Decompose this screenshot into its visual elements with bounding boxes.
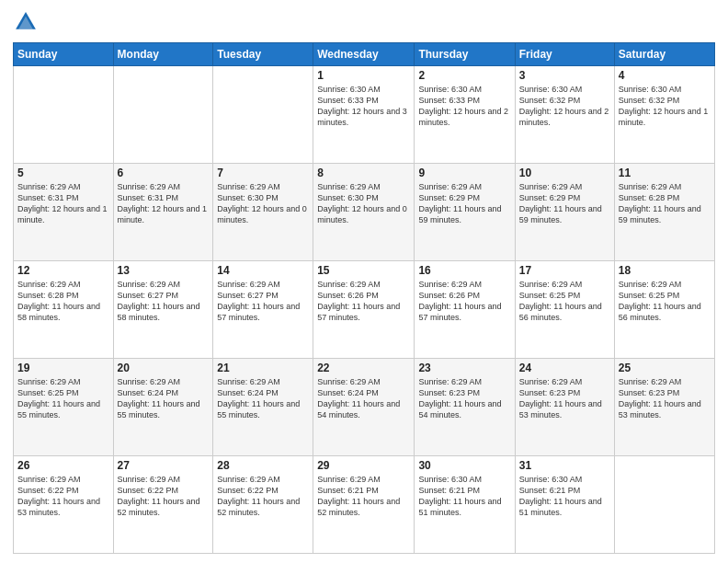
- day-info: Sunrise: 6:29 AM Sunset: 6:27 PM Dayligh…: [118, 279, 210, 324]
- calendar-cell: 21Sunrise: 6:29 AM Sunset: 6:24 PM Dayli…: [213, 359, 313, 456]
- day-number: 29: [317, 459, 410, 472]
- calendar-cell: 5Sunrise: 6:29 AM Sunset: 6:31 PM Daylig…: [14, 164, 114, 261]
- day-info: Sunrise: 6:30 AM Sunset: 6:33 PM Dayligh…: [418, 84, 510, 129]
- calendar-cell: 20Sunrise: 6:29 AM Sunset: 6:24 PM Dayli…: [113, 359, 213, 456]
- logo: [13, 9, 42, 35]
- calendar-cell: 29Sunrise: 6:29 AM Sunset: 6:21 PM Dayli…: [313, 456, 415, 554]
- day-number: 24: [519, 362, 610, 374]
- day-number: 11: [619, 167, 711, 179]
- weekday-header-monday: Monday: [113, 43, 213, 66]
- calendar-cell: 12Sunrise: 6:29 AM Sunset: 6:28 PM Dayli…: [14, 261, 114, 359]
- day-number: 2: [418, 69, 510, 82]
- day-number: 8: [317, 167, 410, 179]
- weekday-header-tuesday: Tuesday: [213, 43, 313, 66]
- day-number: 14: [217, 264, 309, 277]
- day-info: Sunrise: 6:29 AM Sunset: 6:26 PM Dayligh…: [317, 279, 410, 324]
- calendar-cell: 13Sunrise: 6:29 AM Sunset: 6:27 PM Dayli…: [113, 261, 213, 359]
- day-number: 30: [418, 459, 510, 472]
- calendar-week-row: 5Sunrise: 6:29 AM Sunset: 6:31 PM Daylig…: [14, 164, 715, 261]
- calendar-cell: 27Sunrise: 6:29 AM Sunset: 6:22 PM Dayli…: [113, 456, 213, 554]
- day-number: 31: [519, 459, 610, 472]
- calendar-cell: 11Sunrise: 6:29 AM Sunset: 6:28 PM Dayli…: [614, 164, 714, 261]
- calendar-cell: 3Sunrise: 6:30 AM Sunset: 6:32 PM Daylig…: [515, 66, 614, 164]
- day-number: 27: [118, 459, 210, 472]
- calendar-cell: 14Sunrise: 6:29 AM Sunset: 6:27 PM Dayli…: [213, 261, 313, 359]
- weekday-header-wednesday: Wednesday: [313, 43, 415, 66]
- weekday-header-sunday: Sunday: [14, 43, 114, 66]
- calendar-cell: 18Sunrise: 6:29 AM Sunset: 6:25 PM Dayli…: [614, 261, 714, 359]
- day-info: Sunrise: 6:29 AM Sunset: 6:24 PM Dayligh…: [317, 376, 410, 421]
- day-number: 3: [519, 69, 610, 82]
- day-info: Sunrise: 6:29 AM Sunset: 6:27 PM Dayligh…: [217, 279, 309, 324]
- day-info: Sunrise: 6:29 AM Sunset: 6:23 PM Dayligh…: [418, 376, 510, 421]
- day-number: 9: [418, 167, 510, 179]
- day-number: 17: [519, 264, 610, 277]
- weekday-header-friday: Friday: [515, 43, 614, 66]
- calendar-cell: 6Sunrise: 6:29 AM Sunset: 6:31 PM Daylig…: [113, 164, 213, 261]
- day-info: Sunrise: 6:29 AM Sunset: 6:22 PM Dayligh…: [217, 474, 309, 519]
- calendar-cell: 7Sunrise: 6:29 AM Sunset: 6:30 PM Daylig…: [213, 164, 313, 261]
- calendar-week-row: 12Sunrise: 6:29 AM Sunset: 6:28 PM Dayli…: [14, 261, 715, 359]
- day-number: 5: [17, 167, 109, 179]
- day-info: Sunrise: 6:30 AM Sunset: 6:33 PM Dayligh…: [317, 84, 410, 129]
- day-info: Sunrise: 6:29 AM Sunset: 6:21 PM Dayligh…: [317, 474, 410, 519]
- calendar-cell: [213, 66, 313, 164]
- day-info: Sunrise: 6:29 AM Sunset: 6:25 PM Dayligh…: [519, 279, 610, 324]
- calendar-week-row: 26Sunrise: 6:29 AM Sunset: 6:22 PM Dayli…: [14, 456, 715, 554]
- day-info: Sunrise: 6:29 AM Sunset: 6:30 PM Dayligh…: [317, 181, 410, 226]
- day-number: 28: [217, 459, 309, 472]
- calendar-cell: 9Sunrise: 6:29 AM Sunset: 6:29 PM Daylig…: [415, 164, 515, 261]
- day-number: 13: [118, 264, 210, 277]
- day-info: Sunrise: 6:29 AM Sunset: 6:24 PM Dayligh…: [217, 376, 309, 421]
- day-number: 7: [217, 167, 309, 179]
- calendar-cell: 4Sunrise: 6:30 AM Sunset: 6:32 PM Daylig…: [614, 66, 714, 164]
- calendar-cell: 8Sunrise: 6:29 AM Sunset: 6:30 PM Daylig…: [313, 164, 415, 261]
- calendar-cell: 2Sunrise: 6:30 AM Sunset: 6:33 PM Daylig…: [415, 66, 515, 164]
- day-info: Sunrise: 6:29 AM Sunset: 6:25 PM Dayligh…: [619, 279, 711, 324]
- calendar-week-row: 19Sunrise: 6:29 AM Sunset: 6:25 PM Dayli…: [14, 359, 715, 456]
- day-info: Sunrise: 6:29 AM Sunset: 6:31 PM Dayligh…: [17, 181, 109, 226]
- day-info: Sunrise: 6:29 AM Sunset: 6:23 PM Dayligh…: [519, 376, 610, 421]
- day-number: 25: [619, 362, 711, 374]
- calendar-cell: [614, 456, 714, 554]
- day-info: Sunrise: 6:29 AM Sunset: 6:22 PM Dayligh…: [17, 474, 109, 519]
- day-number: 20: [118, 362, 210, 374]
- day-info: Sunrise: 6:29 AM Sunset: 6:23 PM Dayligh…: [619, 376, 711, 421]
- day-info: Sunrise: 6:29 AM Sunset: 6:22 PM Dayligh…: [118, 474, 210, 519]
- day-info: Sunrise: 6:29 AM Sunset: 6:28 PM Dayligh…: [619, 181, 711, 226]
- calendar-cell: [113, 66, 213, 164]
- weekday-header-row: SundayMondayTuesdayWednesdayThursdayFrid…: [14, 43, 715, 66]
- day-number: 26: [17, 459, 109, 472]
- calendar-cell: 10Sunrise: 6:29 AM Sunset: 6:29 PM Dayli…: [515, 164, 614, 261]
- calendar-cell: 23Sunrise: 6:29 AM Sunset: 6:23 PM Dayli…: [415, 359, 515, 456]
- calendar-cell: 30Sunrise: 6:30 AM Sunset: 6:21 PM Dayli…: [415, 456, 515, 554]
- calendar-cell: [14, 66, 114, 164]
- day-info: Sunrise: 6:30 AM Sunset: 6:21 PM Dayligh…: [519, 474, 610, 519]
- day-number: 19: [17, 362, 109, 374]
- calendar-week-row: 1Sunrise: 6:30 AM Sunset: 6:33 PM Daylig…: [14, 66, 715, 164]
- calendar-cell: 31Sunrise: 6:30 AM Sunset: 6:21 PM Dayli…: [515, 456, 614, 554]
- day-number: 21: [217, 362, 309, 374]
- page-header: [13, 9, 715, 35]
- day-info: Sunrise: 6:29 AM Sunset: 6:24 PM Dayligh…: [118, 376, 210, 421]
- day-number: 18: [619, 264, 711, 277]
- day-number: 6: [118, 167, 210, 179]
- weekday-header-thursday: Thursday: [415, 43, 515, 66]
- calendar-cell: 19Sunrise: 6:29 AM Sunset: 6:25 PM Dayli…: [14, 359, 114, 456]
- logo-icon: [13, 9, 39, 35]
- day-number: 16: [418, 264, 510, 277]
- calendar-cell: 24Sunrise: 6:29 AM Sunset: 6:23 PM Dayli…: [515, 359, 614, 456]
- day-number: 15: [317, 264, 410, 277]
- day-number: 23: [418, 362, 510, 374]
- day-number: 10: [519, 167, 610, 179]
- day-info: Sunrise: 6:29 AM Sunset: 6:26 PM Dayligh…: [418, 279, 510, 324]
- day-info: Sunrise: 6:30 AM Sunset: 6:32 PM Dayligh…: [519, 84, 610, 129]
- day-number: 4: [619, 69, 711, 82]
- calendar-cell: 15Sunrise: 6:29 AM Sunset: 6:26 PM Dayli…: [313, 261, 415, 359]
- day-info: Sunrise: 6:29 AM Sunset: 6:25 PM Dayligh…: [17, 376, 109, 421]
- day-number: 1: [317, 69, 410, 82]
- day-info: Sunrise: 6:29 AM Sunset: 6:31 PM Dayligh…: [118, 181, 210, 226]
- day-info: Sunrise: 6:29 AM Sunset: 6:29 PM Dayligh…: [519, 181, 610, 226]
- day-info: Sunrise: 6:30 AM Sunset: 6:21 PM Dayligh…: [418, 474, 510, 519]
- calendar-cell: 22Sunrise: 6:29 AM Sunset: 6:24 PM Dayli…: [313, 359, 415, 456]
